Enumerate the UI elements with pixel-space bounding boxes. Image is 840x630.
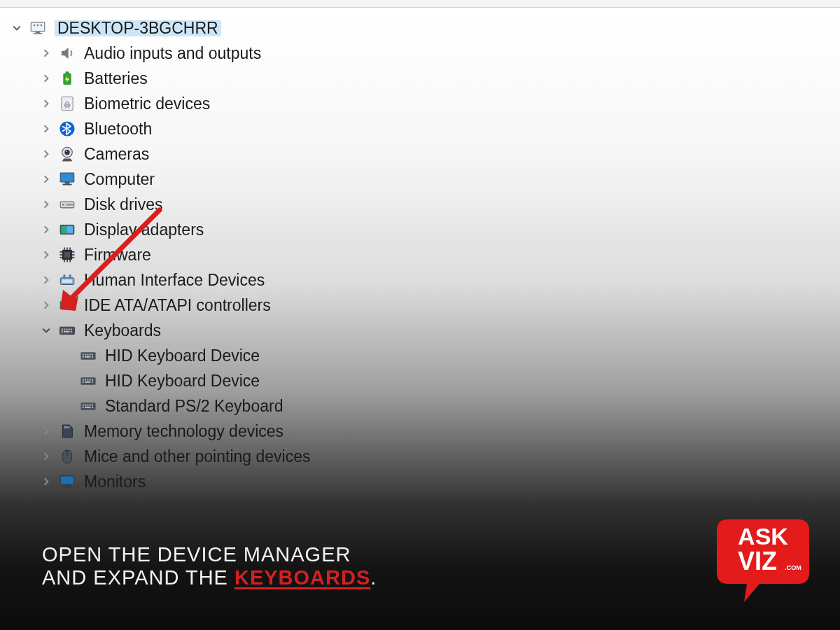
tree-leaf-keyboard-device[interactable]: HID Keyboard Device [78, 368, 310, 393]
logo-text-line1: ASK [738, 523, 788, 550]
webcam-icon [57, 144, 77, 164]
svg-rect-64 [85, 379, 86, 381]
tree-leaf-keyboard-device[interactable]: Standard PS/2 Keyboard [78, 393, 310, 419]
computer-root-icon [28, 18, 48, 38]
svg-rect-15 [63, 184, 72, 186]
chevron-right-icon[interactable] [39, 197, 53, 211]
chevron-right-icon[interactable] [39, 147, 53, 161]
chevron-right-icon[interactable] [39, 71, 53, 85]
chevron-right-icon[interactable] [39, 298, 53, 312]
tree-item-disk-drives[interactable]: Disk drives [39, 192, 310, 217]
svg-rect-20 [62, 226, 66, 233]
svg-rect-52 [71, 331, 72, 332]
caption-line-2-post: . [370, 566, 377, 589]
svg-rect-37 [62, 279, 73, 283]
svg-point-5 [41, 24, 43, 27]
instruction-caption: OPEN THE DEVICE MANAGER AND EXPAND THE K… [42, 543, 377, 589]
svg-rect-66 [90, 379, 91, 381]
hid-icon [57, 270, 77, 290]
caption-line-2-pre: AND EXPAND THE [42, 566, 234, 589]
svg-rect-70 [92, 382, 93, 383]
keyboard-icon [78, 396, 98, 416]
tree-item-keyboards[interactable]: Keyboards [39, 318, 310, 343]
tree-item-mice[interactable]: Mice and other pointing devices [39, 444, 310, 469]
tree-root-node[interactable]: DESKTOP-3BGCHRR [10, 15, 310, 41]
tree-leaf-keyboard-device[interactable]: HID Keyboard Device [78, 343, 310, 368]
caption-line-1: OPEN THE DEVICE MANAGER [42, 543, 377, 566]
tree-item-label: Audio inputs and outputs [84, 46, 261, 62]
svg-rect-68 [83, 382, 84, 383]
chevron-right-icon[interactable] [39, 172, 53, 186]
tree-leaf-label: Standard PS/2 Keyboard [105, 398, 283, 414]
svg-rect-21 [66, 226, 73, 233]
svg-point-11 [64, 150, 69, 155]
memory-card-icon [57, 421, 77, 441]
svg-rect-14 [65, 182, 70, 183]
speaker-icon [57, 43, 77, 63]
tree-item-ide[interactable]: IDE ATA/ATAPI controllers [39, 293, 310, 318]
tree-item-label: Firmware [84, 247, 151, 263]
svg-rect-81 [66, 426, 68, 428]
tree-item-firmware[interactable]: Firmware [39, 242, 310, 267]
askviz-logo: ASK VIZ .COM [714, 512, 812, 603]
svg-rect-86 [63, 486, 72, 488]
chevron-right-icon[interactable] [39, 475, 53, 489]
svg-rect-23 [64, 252, 70, 258]
svg-rect-0 [31, 22, 45, 31]
fingerprint-icon [57, 94, 77, 113]
tree-item-label: Batteries [84, 71, 148, 87]
display-adapter-icon [57, 220, 77, 239]
svg-rect-41 [62, 303, 66, 308]
chevron-down-icon[interactable] [10, 21, 24, 35]
caption-keyword: KEYBOARDS [234, 566, 370, 589]
svg-rect-59 [83, 356, 84, 358]
chevron-right-icon[interactable] [39, 273, 53, 287]
toolbar-strip [0, 0, 840, 8]
svg-point-3 [34, 24, 36, 27]
tree-item-label: Computer [84, 172, 155, 188]
svg-point-12 [66, 150, 67, 152]
tree-item-computer[interactable]: Computer [39, 167, 310, 192]
svg-rect-38 [63, 274, 65, 279]
svg-rect-75 [90, 405, 91, 406]
svg-rect-18 [66, 204, 73, 205]
battery-icon [57, 69, 77, 88]
tree-item-memory[interactable]: Memory technology devices [39, 419, 310, 444]
chevron-down-icon[interactable] [39, 323, 53, 337]
svg-rect-60 [85, 356, 90, 358]
tree-item-batteries[interactable]: Batteries [39, 66, 310, 91]
svg-rect-39 [69, 274, 71, 279]
tree-item-display-adapters[interactable]: Display adapters [39, 217, 310, 242]
svg-rect-57 [90, 354, 91, 356]
svg-rect-50 [62, 331, 63, 332]
tree-item-audio[interactable]: Audio inputs and outputs [39, 41, 310, 66]
tree-item-cameras[interactable]: Cameras [39, 141, 310, 167]
tree-item-bluetooth[interactable]: Bluetooth [39, 116, 310, 141]
tree-item-label: Display adapters [84, 222, 204, 238]
tree-item-monitors[interactable]: Monitors [39, 469, 310, 494]
tree-item-biometric[interactable]: Biometric devices [39, 91, 310, 116]
chevron-right-icon[interactable] [39, 248, 53, 262]
chevron-right-icon[interactable] [39, 449, 53, 463]
mouse-icon [57, 447, 77, 466]
tree-item-label: Human Interface Devices [84, 272, 265, 288]
chip-icon [57, 245, 77, 265]
chevron-right-icon[interactable] [39, 97, 53, 111]
tree-item-label: Monitors [84, 474, 146, 490]
chevron-right-icon[interactable] [39, 424, 53, 438]
svg-rect-46 [64, 329, 65, 330]
svg-rect-76 [92, 405, 93, 406]
svg-rect-44 [59, 327, 74, 335]
chevron-right-icon[interactable] [39, 223, 53, 237]
svg-rect-43 [66, 306, 72, 307]
svg-rect-69 [85, 382, 90, 383]
tree-item-hid[interactable]: Human Interface Devices [39, 267, 310, 293]
chevron-right-icon[interactable] [39, 122, 53, 136]
logo-text-line2: VIZ [738, 547, 777, 575]
svg-rect-48 [69, 329, 70, 330]
tree-item-label: Disk drives [84, 197, 162, 213]
svg-point-17 [62, 204, 64, 206]
chevron-right-icon[interactable] [39, 46, 53, 60]
tree-root-label: DESKTOP-3BGCHRR [55, 20, 221, 36]
tree-item-label: Memory technology devices [84, 424, 284, 440]
